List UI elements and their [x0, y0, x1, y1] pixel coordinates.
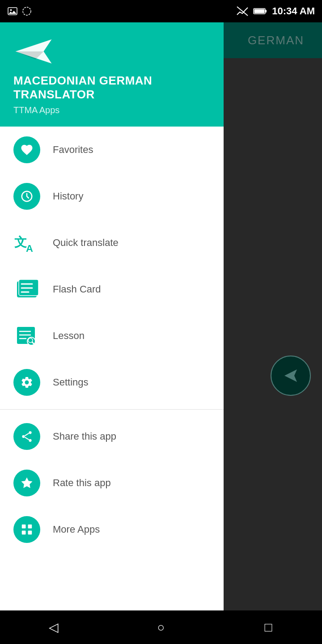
svg-rect-30 [22, 525, 26, 529]
svg-line-29 [25, 437, 29, 440]
drawer-subtitle: TTMA Apps [13, 105, 210, 115]
svg-point-2 [23, 7, 31, 15]
history-icon-circle [13, 183, 40, 210]
svg-point-26 [22, 435, 25, 438]
share-label: Share this app [53, 431, 116, 442]
svg-rect-5 [265, 10, 267, 13]
lesson-icon-wrap [13, 322, 40, 349]
lesson-label: Lesson [53, 330, 85, 342]
sidebar-item-settings[interactable]: Settings [0, 359, 224, 406]
battery-icon [253, 7, 267, 15]
history-label: History [53, 191, 83, 202]
svg-text:A: A [26, 243, 33, 254]
quick-translate-icon-wrap: 文 A [13, 229, 40, 256]
photo-icon [7, 6, 18, 17]
flash-card-label: Flash Card [53, 284, 101, 295]
more-apps-label: More Apps [53, 524, 100, 535]
svg-rect-32 [22, 531, 26, 535]
star-icon [20, 476, 34, 490]
flashcard-icon [13, 276, 40, 303]
navigation-drawer: MACEDONIAN GERMAN TRANSLATOR TTMA Apps F… [0, 22, 224, 644]
svg-rect-33 [28, 531, 32, 535]
more-apps-icon-circle [13, 516, 40, 543]
settings-icon-circle [13, 369, 40, 396]
quick-translate-label: Quick translate [53, 237, 119, 249]
grid-icon [20, 523, 34, 536]
status-time: 10:34 AM [272, 5, 315, 17]
favorites-icon-circle [13, 136, 40, 163]
svg-rect-6 [254, 9, 265, 13]
rate-label: Rate this app [53, 477, 111, 489]
sidebar-item-quick-translate[interactable]: 文 A Quick translate [0, 220, 224, 266]
recent-button[interactable]: □ [250, 614, 286, 641]
home-button[interactable]: ○ [143, 614, 179, 641]
sidebar-item-history[interactable]: History [0, 173, 224, 220]
status-bar: 10:34 AM [0, 0, 322, 22]
sidebar-item-lesson[interactable]: Lesson [0, 313, 224, 359]
svg-point-27 [29, 439, 31, 442]
drawer-app-name: MACEDONIAN GERMAN TRANSLATOR [13, 74, 210, 102]
clock-icon [20, 190, 34, 203]
drawer-header: MACEDONIAN GERMAN TRANSLATOR TTMA Apps [0, 22, 224, 127]
heart-icon [20, 143, 34, 157]
rate-icon-circle [13, 470, 40, 496]
svg-text:文: 文 [14, 235, 27, 249]
navigation-bar: ◁ ○ □ [0, 610, 322, 644]
favorites-label: Favorites [53, 144, 93, 156]
translate-icon: 文 A [13, 229, 40, 256]
signal-off-icon [236, 6, 249, 17]
sidebar-item-rate[interactable]: Rate this app [0, 460, 224, 506]
lesson-icon [13, 322, 40, 349]
status-bar-left-icons [7, 6, 32, 17]
share-icon [20, 430, 34, 443]
gear-icon [20, 376, 34, 389]
svg-rect-31 [28, 525, 32, 529]
svg-line-3 [237, 7, 248, 16]
sidebar-item-share[interactable]: Share this app [0, 413, 224, 460]
svg-point-25 [29, 432, 31, 434]
sync-icon [21, 6, 32, 17]
sidebar-item-more-apps[interactable]: More Apps [0, 506, 224, 553]
svg-line-28 [25, 433, 29, 436]
share-icon-circle [13, 423, 40, 450]
sidebar-item-favorites[interactable]: Favorites [0, 127, 224, 173]
status-bar-right-icons: 10:34 AM [236, 5, 315, 17]
settings-label: Settings [53, 377, 89, 388]
drawer-menu: Favorites History 文 A Quick translate [0, 127, 224, 644]
app-logo [13, 36, 54, 67]
menu-divider [0, 409, 224, 410]
svg-point-1 [10, 9, 12, 11]
sidebar-item-flash-card[interactable]: Flash Card [0, 266, 224, 313]
flash-card-icon-wrap [13, 276, 40, 303]
back-button[interactable]: ◁ [36, 614, 72, 641]
